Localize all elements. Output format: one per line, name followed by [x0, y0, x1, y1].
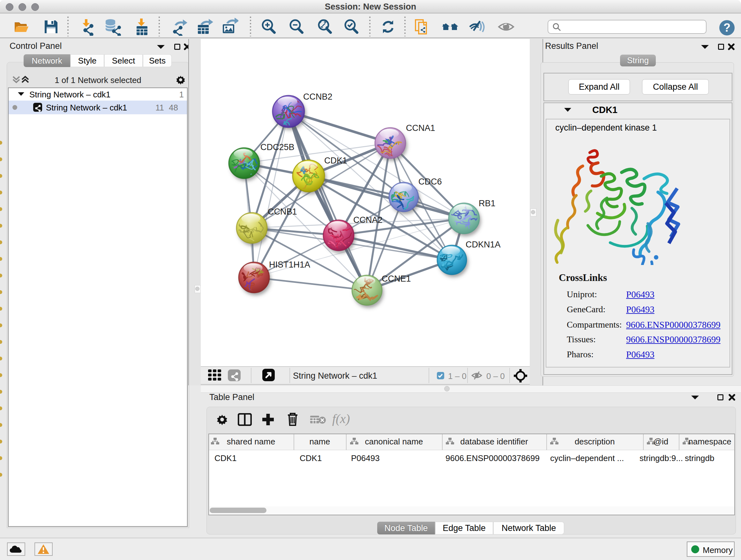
svg-text:CDC25B: CDC25B [260, 142, 294, 152]
svg-text:CCNA2: CCNA2 [353, 215, 383, 225]
svg-text:CDKN1A: CDKN1A [466, 240, 501, 249]
svg-text:CDK1: CDK1 [324, 156, 347, 165]
svg-text:HIST1H1A: HIST1H1A [269, 260, 310, 269]
svg-text:CCNE1: CCNE1 [382, 274, 411, 284]
svg-text:CCNA1: CCNA1 [406, 123, 435, 133]
svg-text:RB1: RB1 [479, 199, 495, 208]
svg-text:CDC6: CDC6 [418, 177, 442, 186]
svg-text:CCNB1: CCNB1 [268, 207, 297, 216]
svg-text:CCNB2: CCNB2 [303, 92, 333, 102]
